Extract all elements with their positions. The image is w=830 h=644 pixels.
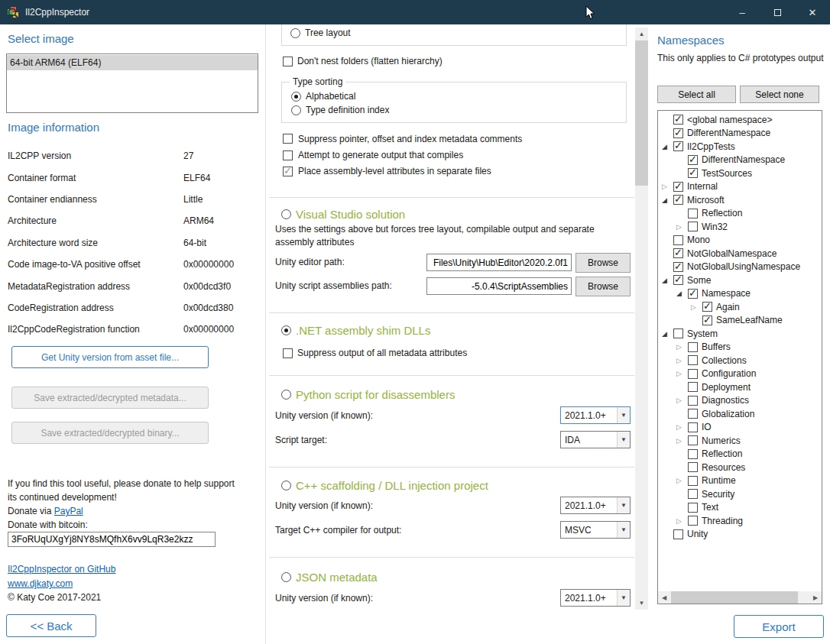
tree-item[interactable]: Some: [658, 273, 822, 287]
back-button[interactable]: << Back: [6, 614, 96, 637]
tree-checkbox[interactable]: [688, 516, 698, 526]
maximize-button[interactable]: [760, 0, 795, 24]
tree-item[interactable]: Unity: [658, 528, 822, 542]
tree-checkbox[interactable]: [673, 235, 683, 245]
tree-checkbox[interactable]: [673, 141, 683, 151]
scroll-up-button[interactable]: ▲: [635, 28, 648, 40]
close-button[interactable]: ✕: [795, 0, 830, 24]
tree-checkbox[interactable]: [673, 328, 683, 338]
tree-checkbox[interactable]: [673, 529, 683, 539]
tree-item[interactable]: System: [658, 327, 822, 341]
option-checkbox[interactable]: Suppress pointer, offset and index metad…: [283, 131, 627, 147]
tree-item[interactable]: Threading: [658, 514, 822, 528]
expander-icon[interactable]: [676, 396, 688, 404]
browse-editor-path-button[interactable]: Browse: [575, 253, 631, 273]
tree-checkbox[interactable]: [688, 489, 698, 499]
tree-item[interactable]: Deployment: [658, 380, 822, 394]
tree-checkbox[interactable]: [673, 195, 683, 205]
select-none-button[interactable]: Select none: [740, 86, 819, 103]
tree-item[interactable]: Mono: [658, 234, 822, 248]
expander-icon[interactable]: [676, 223, 688, 231]
tree-checkbox[interactable]: [688, 396, 698, 406]
expander-icon[interactable]: [676, 423, 688, 431]
tree-item[interactable]: Il2CppTests: [658, 140, 822, 154]
tree-item[interactable]: NotGlobalUsingNamespace: [658, 261, 822, 274]
scroll-left-button[interactable]: [658, 591, 670, 604]
tree-checkbox[interactable]: [673, 275, 683, 285]
tree-item[interactable]: Buffers: [658, 341, 822, 354]
tree-item[interactable]: <global namespace>: [658, 113, 822, 127]
expander-icon[interactable]: [676, 477, 688, 484]
expander-icon[interactable]: [662, 277, 673, 284]
tree-checkbox[interactable]: [688, 222, 698, 231]
tree-item[interactable]: Configuration: [658, 367, 822, 381]
tree-item[interactable]: Numerics: [658, 434, 822, 448]
tree-checkbox[interactable]: [688, 209, 698, 218]
unity-editor-path-input[interactable]: [426, 254, 572, 271]
scroll-right-button[interactable]: [809, 591, 822, 604]
tree-checkbox[interactable]: [688, 476, 698, 486]
type-sorting-option[interactable]: Type definition index: [291, 103, 389, 117]
tree-item[interactable]: Internal: [658, 180, 822, 194]
tree-checkbox[interactable]: [702, 316, 712, 325]
cpp-unity-version-combo[interactable]: 2021.1.0+: [560, 497, 631, 514]
tree-checkbox[interactable]: [688, 369, 698, 379]
tree-item[interactable]: SameLeafName: [658, 314, 822, 328]
tree-item[interactable]: Globalization: [658, 407, 822, 421]
select-all-button[interactable]: Select all: [657, 86, 736, 103]
tree-item[interactable]: Win32: [658, 220, 822, 234]
tree-item[interactable]: Security: [658, 487, 822, 501]
website-link[interactable]: www.djkaty.com: [8, 578, 73, 589]
tree-layout-radio[interactable]: Tree layout: [290, 28, 351, 38]
tree-item[interactable]: Reflection: [658, 448, 822, 461]
bitcoin-address-input[interactable]: [8, 532, 216, 547]
save-binary-button[interactable]: Save extracted/decrypted binary...: [11, 422, 209, 444]
python-unity-version-combo[interactable]: 2021.1.0+: [560, 406, 631, 424]
tree-checkbox[interactable]: [702, 302, 712, 312]
option-checkbox[interactable]: Attempt to generate output that compiles: [283, 147, 627, 163]
get-unity-version-button[interactable]: Get Unity version from asset file...: [11, 346, 209, 368]
tree-checkbox[interactable]: [688, 462, 698, 472]
section-json-radio[interactable]: JSON metadata: [281, 570, 378, 584]
tree-checkbox[interactable]: [688, 422, 698, 432]
expander-icon[interactable]: [662, 183, 673, 190]
tree-checkbox[interactable]: [673, 115, 683, 125]
expander-icon[interactable]: [676, 357, 688, 364]
script-assemblies-path-input[interactable]: [426, 277, 572, 295]
expander-icon[interactable]: [676, 437, 688, 445]
namespace-tree[interactable]: <global namespace> DifferentNamespace Il…: [657, 110, 822, 604]
scroll-thumb[interactable]: [671, 591, 798, 604]
paypal-link[interactable]: PayPal: [54, 506, 83, 516]
tree-checkbox[interactable]: [688, 155, 698, 165]
tree-item[interactable]: Again: [658, 300, 822, 314]
flatten-checkbox[interactable]: Don't nest folders (flatten hierarchy): [283, 56, 443, 66]
tree-checkbox[interactable]: [688, 382, 698, 392]
tree-checkbox[interactable]: [673, 128, 683, 138]
expander-icon[interactable]: [676, 343, 688, 351]
cpp-compiler-combo[interactable]: MSVC: [560, 521, 631, 539]
tree-item[interactable]: IO: [658, 421, 822, 435]
scroll-down-button[interactable]: ▼: [635, 597, 648, 610]
tree-checkbox[interactable]: [688, 409, 698, 419]
tree-checkbox[interactable]: [688, 355, 698, 365]
tree-checkbox[interactable]: [673, 182, 683, 192]
section-shim-dlls-radio[interactable]: .NET assembly shim DLLs: [281, 323, 430, 337]
tree-item[interactable]: Namespace: [658, 287, 822, 301]
image-list[interactable]: 64-bit ARM64 (ELF64): [6, 53, 258, 113]
tree-item[interactable]: Microsoft: [658, 193, 822, 207]
section-cpp-radio[interactable]: C++ scaffolding / DLL injection project: [281, 478, 488, 492]
tree-checkbox[interactable]: [688, 342, 698, 352]
suppress-metadata-checkbox[interactable]: Suppress output of all metadata attribut…: [283, 348, 467, 358]
browse-assemblies-path-button[interactable]: Browse: [575, 277, 631, 296]
tree-checkbox[interactable]: [673, 248, 683, 258]
expander-icon[interactable]: [662, 196, 673, 204]
tree-checkbox[interactable]: [688, 435, 698, 445]
expander-icon[interactable]: [691, 303, 702, 311]
tree-checkbox[interactable]: [673, 262, 683, 272]
expander-icon[interactable]: [662, 143, 673, 150]
minimize-button[interactable]: –: [725, 0, 760, 24]
tree-checkbox[interactable]: [688, 168, 698, 178]
tree-item[interactable]: Reflection: [658, 207, 822, 221]
tree-item[interactable]: Diagnostics: [658, 394, 822, 408]
expander-icon[interactable]: [676, 290, 688, 297]
